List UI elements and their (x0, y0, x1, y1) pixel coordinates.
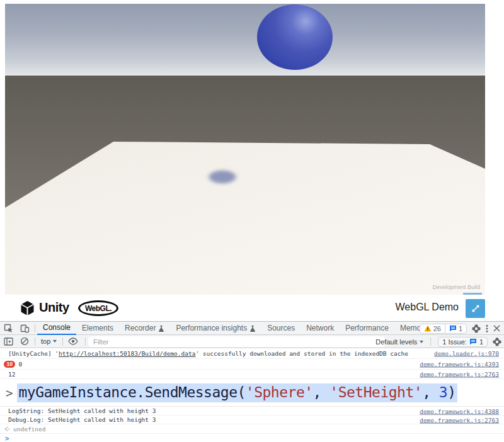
settings-gear-icon[interactable] (472, 324, 481, 333)
context-selector[interactable]: top (37, 337, 60, 345)
input-prompt-chevron: > (5, 434, 9, 442)
inspect-element-icon[interactable] (0, 322, 16, 334)
status-counts: 26 1 (420, 324, 467, 334)
sphere-shadow (202, 167, 243, 187)
log-text: LogString: SetHeight called with height … (8, 407, 156, 414)
log-row: Debug.Log: SetHeight called with height … (0, 416, 504, 424)
tab-performance-insights[interactable]: Performance insights (170, 322, 261, 335)
filter-input[interactable] (88, 336, 386, 347)
chevron-down-icon (420, 341, 423, 343)
tab-network[interactable]: Network (301, 322, 340, 335)
fullscreen-button[interactable] (466, 299, 485, 318)
log-row: LogString: SetHeight called with height … (0, 407, 504, 416)
return-value-icon (4, 426, 10, 432)
divider (430, 337, 431, 346)
divider (35, 324, 35, 332)
unity-logo-icon (19, 300, 36, 317)
console-sidebar-icon[interactable] (0, 335, 16, 348)
command-text: myGameInstance.SendMessage('Sphere', 'Se… (17, 383, 457, 402)
source-link[interactable]: demo.framework.js:2763 (420, 371, 499, 378)
unity-canvas[interactable]: Development Build (5, 4, 485, 295)
console-toolbar: top Default levels 1 Issue: 1 (0, 335, 504, 348)
messages-count-button[interactable]: 1 (445, 324, 466, 333)
source-link[interactable]: demo.loader.js:970 (434, 350, 499, 357)
log-text: 0 (18, 361, 22, 368)
tab-console[interactable]: Console (37, 322, 76, 335)
tab-sources[interactable]: Sources (261, 322, 301, 335)
log-row: 10 0 demo.framework.js:4393 (0, 359, 504, 370)
issue-bubble-icon (469, 338, 477, 345)
divider (85, 337, 86, 346)
unity-footer: Unity WebGL. WebGL Demo (5, 295, 485, 321)
divider (35, 337, 35, 346)
blue-sphere (257, 4, 333, 70)
log-levels-selector[interactable]: Default levels (375, 338, 423, 346)
sky-background (5, 4, 485, 76)
log-text: [UnityCache] 'http://localhost:50183/Bui… (8, 350, 408, 357)
console-input-row[interactable]: > (0, 434, 504, 442)
clear-console-icon[interactable] (16, 335, 33, 348)
unity-brand-text: Unity (39, 300, 69, 315)
device-toolbar-icon[interactable] (16, 322, 33, 334)
tab-elements[interactable]: Elements (76, 322, 119, 335)
source-link[interactable]: demo.framework.js:4388 (420, 407, 499, 414)
close-icon[interactable] (493, 325, 500, 332)
source-link[interactable]: demo.framework.js:2763 (420, 416, 499, 423)
command-prompt-chevron: > (6, 386, 13, 400)
console-log: [UnityCache] 'http://localhost:50183/Bui… (0, 348, 504, 442)
fullscreen-icon (471, 303, 481, 314)
experiment-icon (249, 325, 256, 332)
devtools-tabbar: Console Elements Recorder Performance in… (0, 322, 504, 335)
log-row: 12 demo.framework.js:2763 (0, 370, 504, 379)
issues-button[interactable]: 1 Issue: 1 (438, 337, 488, 347)
tab-performance[interactable]: Performance (340, 322, 394, 335)
error-count-badge: 10 (4, 361, 15, 368)
message-bubble-icon (449, 325, 457, 332)
log-text: 12 (8, 371, 15, 378)
warning-icon (424, 325, 432, 332)
more-options-icon[interactable] (486, 324, 488, 333)
development-build-watermark: Development Build (432, 284, 480, 290)
experiment-icon (158, 325, 164, 332)
tab-recorder[interactable]: Recorder (119, 322, 170, 335)
result-row: undefined (0, 424, 504, 434)
page-title: WebGL Demo (396, 302, 459, 313)
devtools-panel: Console Elements Recorder Performance in… (0, 321, 504, 442)
warnings-count-button[interactable]: 26 (420, 324, 445, 333)
url-link[interactable]: http://localhost:50183/Build/demo.data (59, 350, 195, 357)
log-text: Debug.Log: SetHeight called with height … (8, 416, 156, 423)
evaluated-command-row[interactable]: > myGameInstance.SendMessage('Sphere', '… (0, 379, 504, 407)
log-row: [UnityCache] 'http://localhost:50183/Bui… (0, 348, 504, 359)
page: Development Build Unity WebGL. WebGL Dem… (0, 0, 504, 442)
console-settings-gear-icon[interactable] (493, 337, 501, 346)
webgl-logo: WebGL. (78, 300, 118, 316)
chevron-down-icon (53, 340, 57, 343)
result-text: undefined (13, 426, 45, 433)
live-expression-eye-icon[interactable] (65, 335, 81, 348)
source-link[interactable]: demo.framework.js:4393 (420, 361, 499, 368)
divider (62, 337, 63, 346)
